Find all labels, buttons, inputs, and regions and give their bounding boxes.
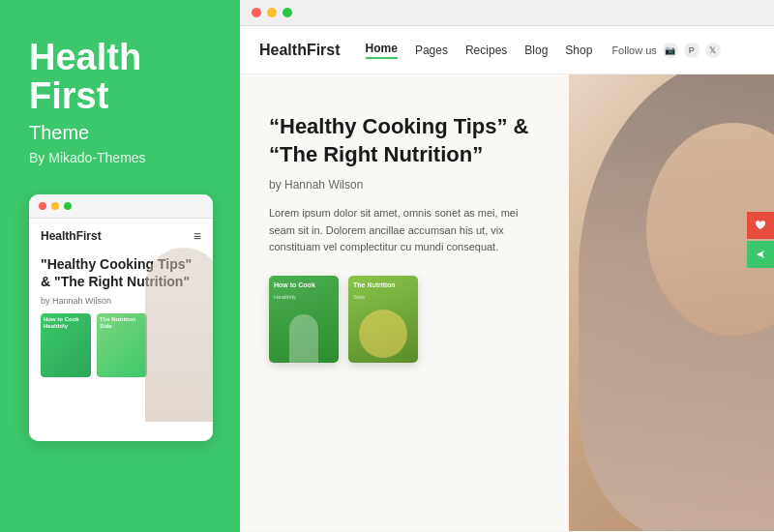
article-title: “Healthy Cooking Tips” & “The Right Nutr…	[269, 113, 540, 168]
sidebar-title-line1: Health	[29, 37, 141, 77]
book-cover-2: The Nutrition Side	[348, 276, 418, 363]
book-cover-1: How to Cook Healthily	[269, 276, 339, 363]
sidebar-title: Health First	[29, 39, 211, 116]
website-navbar: HealthFirst Home Pages Recipes Blog Shop…	[240, 26, 774, 74]
book-covers: How to Cook Healthily The Nutrition Side	[269, 276, 540, 363]
article-body: Lorem ipsum dolor sit amet, omnis sonet …	[269, 205, 540, 256]
mini-logo: HealthFirst	[41, 229, 102, 243]
nav-pages[interactable]: Pages	[415, 44, 448, 57]
sidebar: Health First Theme By Mikado-Themes Heal…	[0, 0, 240, 532]
twitter-icon[interactable]: 𝕏	[705, 43, 721, 58]
browser-dot-yellow	[267, 8, 277, 17]
follow-us-label: Follow us	[611, 44, 656, 56]
main-area: HealthFirst Home Pages Recipes Blog Shop…	[240, 0, 774, 532]
side-btn-red[interactable]	[747, 212, 774, 239]
heart-icon	[755, 220, 766, 231]
mini-browser-content: HealthFirst ≡ "Healthy Cooking Tips" & "…	[29, 219, 213, 441]
article-section: “Healthy Cooking Tips” & “The Right Nutr…	[240, 74, 569, 531]
mini-browser-mockup: HealthFirst ≡ "Healthy Cooking Tips" & "…	[29, 194, 213, 441]
mini-hamburger-icon: ≡	[194, 228, 201, 244]
mini-dot-yellow	[51, 202, 59, 210]
instagram-icon[interactable]: 📷	[663, 43, 678, 58]
mini-dot-green	[64, 202, 72, 210]
nav-home[interactable]: Home	[366, 42, 398, 59]
mini-nav: HealthFirst ≡	[41, 228, 201, 244]
sidebar-title-line2: First	[29, 75, 108, 116]
book-2-figure	[359, 310, 407, 358]
website-logo: HealthFirst	[259, 42, 341, 59]
browser-dot-red	[252, 8, 261, 17]
browser-chrome	[240, 0, 774, 26]
website-content: “Healthy Cooking Tips” & “The Right Nutr…	[240, 74, 774, 531]
book-1-subtitle: Healthily	[269, 294, 339, 300]
nav-recipes[interactable]: Recipes	[465, 44, 507, 57]
mini-browser-bar	[29, 194, 213, 219]
book-1-title: How to Cook	[269, 276, 339, 294]
book-2-subtitle: Side	[348, 294, 418, 300]
book-2-title: The Nutrition	[348, 276, 418, 294]
nav-social: Follow us 📷 P 𝕏	[611, 43, 720, 58]
side-btn-green[interactable]	[747, 241, 774, 268]
browser-dot-green	[283, 8, 292, 17]
pinterest-icon[interactable]: P	[684, 43, 700, 58]
mini-dot-red	[39, 202, 46, 210]
mini-book-1: How to Cook Healthily	[41, 313, 91, 377]
photo-section	[569, 74, 774, 531]
nav-links: Home Pages Recipes Blog Shop	[366, 42, 593, 59]
side-buttons	[747, 212, 774, 268]
article-author: by Hannah Wilson	[269, 178, 540, 192]
mini-book-2: The Nutrition Side	[97, 313, 147, 377]
book-1-figure	[289, 314, 318, 363]
mini-woman-silhouette	[145, 248, 213, 422]
mini-book-2-label: The Nutrition Side	[97, 313, 147, 333]
nav-blog[interactable]: Blog	[524, 44, 548, 57]
sidebar-subtitle: Theme	[29, 122, 211, 144]
sidebar-author: By Mikado-Themes	[29, 150, 211, 165]
share-icon	[755, 249, 766, 260]
nav-shop[interactable]: Shop	[565, 44, 592, 57]
mini-book-1-label: How to Cook Healthily	[41, 313, 91, 333]
